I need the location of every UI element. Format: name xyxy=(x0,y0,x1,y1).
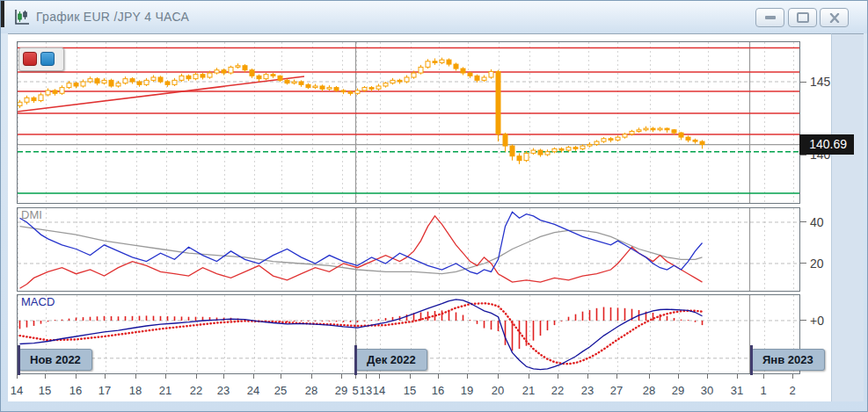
macd-panel[interactable]: MACD xyxy=(17,294,800,374)
axis-tick xyxy=(165,374,166,379)
axis-tick xyxy=(281,374,281,379)
axis-tick xyxy=(135,374,136,379)
date-label: 28 xyxy=(643,384,655,397)
axis-tick xyxy=(45,374,46,379)
date-label: 22 xyxy=(551,384,564,397)
axis-tick xyxy=(341,374,342,379)
minimize-icon xyxy=(765,16,776,19)
date-label: 31 xyxy=(731,384,743,397)
axis-tick xyxy=(105,374,106,379)
axis-label: 1 xyxy=(810,351,817,365)
axis-tick xyxy=(800,82,806,83)
minimize-button[interactable] xyxy=(755,8,784,27)
date-label: 30 xyxy=(701,384,713,397)
date-label: 19 xyxy=(461,384,473,397)
date-label: 13 xyxy=(360,384,372,397)
axis-tick xyxy=(800,221,806,222)
axis-tick xyxy=(223,374,224,379)
dmi-panel[interactable]: DMI xyxy=(17,207,800,292)
axis-tick xyxy=(800,358,806,358)
date-label: 29 xyxy=(672,384,684,397)
dmi-label: DMI xyxy=(21,208,42,221)
axis-tick xyxy=(737,374,738,379)
axis-tick xyxy=(311,374,312,379)
date-label: 22 xyxy=(190,384,202,397)
date-label: 21 xyxy=(159,384,171,397)
date-label: 14 xyxy=(373,384,385,397)
axis-tick xyxy=(76,374,77,379)
axis-tick xyxy=(792,374,793,379)
date-label: 18 xyxy=(129,384,142,397)
price-chart-panel[interactable] xyxy=(17,41,800,204)
axis-tick xyxy=(253,374,254,379)
macd-label: MACD xyxy=(21,295,55,308)
axis-tick xyxy=(196,374,197,379)
axis-tick xyxy=(366,374,367,379)
date-label: 16 xyxy=(69,384,82,397)
date-label: 14 xyxy=(11,384,23,397)
axis-label: 40 xyxy=(810,215,824,229)
date-label: 20 xyxy=(492,384,504,397)
axis-tick xyxy=(587,374,588,379)
date-label: 28 xyxy=(305,384,317,397)
axis-tick xyxy=(616,374,617,379)
chart-toolbar xyxy=(18,47,64,71)
left-edge-shadow xyxy=(1,1,4,27)
axis-tick xyxy=(678,374,679,379)
date-label: 24 xyxy=(247,384,259,397)
axis-tick xyxy=(707,374,708,379)
title-bar[interactable]: График EUR /JPY 4 ЧАСА xyxy=(1,1,867,33)
axis-tick xyxy=(529,374,529,379)
date-label: 23 xyxy=(217,384,230,397)
axis-tick xyxy=(498,374,499,379)
date-label: 29 xyxy=(335,384,347,397)
axis-tick xyxy=(800,320,806,321)
date-label: 25 xyxy=(274,384,287,397)
macd-canvas xyxy=(18,295,799,373)
blue-button[interactable] xyxy=(40,52,55,66)
date-label: 23 xyxy=(581,384,594,397)
chart-sheet: DMI MACD 140.69 145.00140.004020+01 1415… xyxy=(8,33,831,401)
candlestick-chart-icon xyxy=(13,9,31,26)
date-label: 27 xyxy=(610,384,623,397)
axis-tick xyxy=(558,374,558,379)
red-button[interactable] xyxy=(23,52,37,66)
restore-icon xyxy=(797,12,809,23)
axis-tick xyxy=(467,374,468,379)
close-button[interactable] xyxy=(820,8,849,27)
axis-label: +0 xyxy=(810,314,824,328)
date-label: 1 xyxy=(760,384,766,397)
axis-tick xyxy=(800,263,806,264)
date-label: 17 xyxy=(98,384,111,397)
axis-tick xyxy=(763,374,764,379)
current-price-marker: 140.69 xyxy=(799,134,854,155)
right-margin xyxy=(831,33,864,401)
axis-label: 20 xyxy=(810,257,824,271)
axis-tick xyxy=(355,374,356,379)
date-label: 15 xyxy=(404,384,416,397)
window-title: График EUR /JPY 4 ЧАСА xyxy=(36,10,189,24)
axis-tick xyxy=(17,374,18,379)
date-label: 15 xyxy=(39,384,51,397)
date-label: 2 xyxy=(789,384,795,397)
date-label: 5 xyxy=(352,384,358,397)
price-chart-canvas xyxy=(18,42,799,203)
app-window: График EUR /JPY 4 ЧАСА DMI MACD xyxy=(0,0,868,412)
axis-tick xyxy=(410,374,411,379)
axis-tick xyxy=(379,374,380,379)
date-label: 16 xyxy=(432,384,444,397)
axis-tick xyxy=(649,374,650,379)
close-icon xyxy=(829,13,840,23)
axis-tick xyxy=(438,374,439,379)
restore-button[interactable] xyxy=(788,8,817,27)
dmi-canvas xyxy=(18,208,799,291)
date-label: 21 xyxy=(522,384,535,397)
